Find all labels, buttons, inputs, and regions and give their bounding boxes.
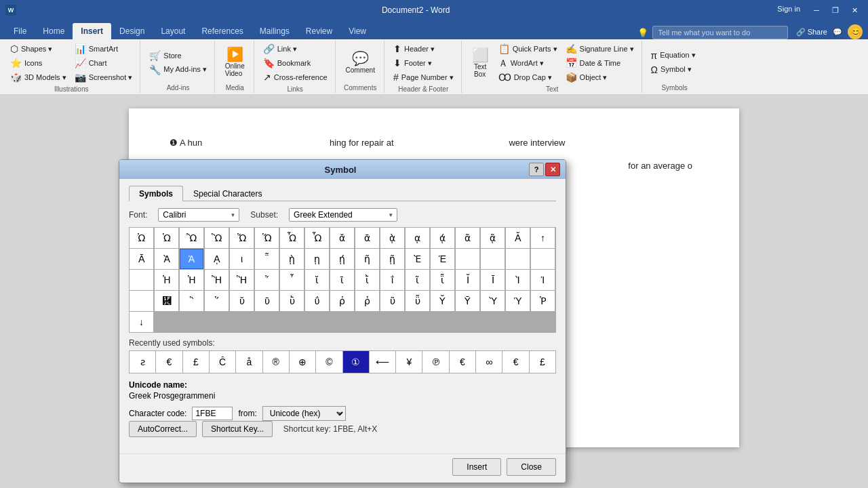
symbol-cell[interactable]: Ῥ — [531, 291, 555, 311]
symbol-cell[interactable]: Ὡ — [155, 228, 178, 248]
symbol-cell[interactable]: ῆ — [355, 249, 379, 269]
recent-symbol-cell[interactable]: © — [316, 351, 342, 373]
symbol-cell[interactable]: Ὠ — [130, 228, 153, 248]
symbol-cell[interactable]: Ᾰ — [506, 228, 530, 248]
symbol-cell[interactable]: ῎ — [255, 270, 279, 290]
shortcut-key-info: Shortcut key: 1FBE, Alt+X — [283, 424, 377, 434]
autocorrect-button[interactable]: AutoCorrect... — [129, 421, 197, 437]
symbol-cell[interactable]: ῝ — [180, 291, 203, 311]
symbol-cell[interactable]: Ά — [180, 249, 203, 269]
recent-symbol-cell[interactable]: € — [156, 351, 182, 373]
symbol-cell[interactable]: ᾳ — [406, 228, 429, 248]
recent-symbol-cell[interactable]: € — [450, 351, 475, 373]
recent-symbol-cell[interactable]: ƨ — [130, 351, 155, 373]
symbol-cell[interactable]: ΰ — [305, 291, 329, 311]
symbol-cell[interactable]: ῐ — [305, 270, 329, 290]
symbol-cell[interactable]: ῦ — [380, 291, 404, 311]
symbol-cell[interactable]: Ὢ — [180, 228, 203, 248]
symbol-cell[interactable] — [531, 249, 555, 269]
symbol-cell[interactable] — [130, 291, 153, 311]
symbol-cell[interactable]: ᾼ — [205, 249, 229, 269]
symbol-cell[interactable]: ᾶ — [456, 228, 479, 248]
symbol-grid: ὨὩὪὫὬὭὮὯᾰᾱᾲᾳᾴᾶᾷᾸ↑ᾹᾺΆᾼι῁ῂῃῄῆῇῈΈἨἩἪἫ῎῏ῐῑῒΐ… — [129, 227, 556, 333]
symbol-cell[interactable] — [506, 249, 530, 269]
symbol-cell[interactable]: ῧ — [406, 291, 429, 311]
symbol-cell[interactable]: Ὰ — [155, 249, 178, 269]
symbol-cell[interactable]: ᾱ — [355, 228, 379, 248]
symbol-cell[interactable]: ῒ — [355, 270, 379, 290]
symbol-cell[interactable]: Ᾱ — [130, 249, 153, 269]
symbol-cell[interactable]: ῞ — [205, 291, 229, 311]
symbol-cell[interactable]: Ί — [531, 270, 555, 290]
symbol-cell[interactable]: Ῑ — [481, 270, 505, 290]
symbol-cell[interactable]: ῖ — [406, 270, 429, 290]
symbol-cell[interactable]: ῠ — [230, 291, 254, 311]
insert-button[interactable]: Insert — [452, 458, 501, 476]
recent-symbol-cell[interactable]: å — [236, 351, 262, 373]
dialog-help-button[interactable]: ? — [529, 163, 544, 176]
symbol-cell[interactable]: ῃ — [305, 249, 329, 269]
font-select-wrapper: Calibri — [158, 208, 239, 222]
tab-special-chars[interactable]: Special Characters — [183, 186, 272, 201]
symbol-cell[interactable]: Ὤ — [230, 228, 254, 248]
symbol-cell[interactable]: Ἡ — [180, 270, 203, 290]
symbol-cell[interactable]: Ὣ — [205, 228, 229, 248]
recent-symbol-cell[interactable]: ⟵ — [370, 351, 395, 373]
symbol-cell[interactable]: ᾴ — [431, 228, 454, 248]
symbol-cell[interactable]: ῂ — [280, 249, 304, 269]
symbol-cell[interactable]: ῑ — [330, 270, 354, 290]
symbol-cell[interactable]: Ὦ — [280, 228, 304, 248]
symbol-cell[interactable]: ᾷ — [481, 228, 505, 248]
symbol-cell[interactable] — [456, 249, 479, 269]
symbol-cell[interactable]: ↓ — [130, 312, 153, 332]
symbol-cell[interactable]: Ῠ — [431, 291, 454, 311]
recent-symbol-cell[interactable]: £ — [530, 351, 555, 373]
subset-select[interactable]: Greek Extended — [289, 208, 397, 222]
symbol-cell[interactable]: ᾲ — [380, 228, 404, 248]
symbol-cell[interactable]: ῇ — [380, 249, 404, 269]
symbol-cell[interactable]: ῜ — [155, 291, 178, 311]
symbol-cell[interactable]: ῗ — [431, 270, 454, 290]
recent-symbol-cell[interactable]: € — [502, 351, 528, 373]
symbol-cell[interactable]: Ύ — [506, 291, 530, 311]
recent-symbol-cell[interactable]: ∞ — [476, 351, 502, 373]
from-select[interactable]: Unicode (hex) — [262, 406, 346, 421]
recent-symbol-cell[interactable]: ① — [343, 351, 369, 373]
symbol-cell[interactable]: Ὧ — [305, 228, 329, 248]
symbol-cell[interactable] — [481, 249, 505, 269]
symbol-cell[interactable]: ῄ — [330, 249, 354, 269]
tab-symbols[interactable]: Symbols — [129, 186, 183, 201]
symbol-cell[interactable]: ↑ — [531, 228, 555, 248]
shortcut-key-button[interactable]: Shortcut Key... — [202, 421, 273, 437]
symbol-cell[interactable]: ῏ — [280, 270, 304, 290]
symbol-cell[interactable]: Ὲ — [406, 249, 429, 269]
symbol-cell[interactable]: ῁ — [255, 249, 279, 269]
symbol-cell[interactable]: ῢ — [280, 291, 304, 311]
symbol-cell[interactable]: ι — [230, 249, 254, 269]
symbol-cell[interactable]: Ὥ — [255, 228, 279, 248]
symbol-cell[interactable]: ῡ — [255, 291, 279, 311]
close-dialog-button[interactable]: Close — [507, 458, 556, 476]
recent-symbol-cell[interactable]: £ — [183, 351, 209, 373]
symbol-cell[interactable]: Ὶ — [506, 270, 530, 290]
symbol-cell[interactable]: Ῡ — [456, 291, 479, 311]
recent-symbol-cell[interactable]: ⊕ — [290, 351, 315, 373]
recent-symbol-cell[interactable]: ® — [263, 351, 289, 373]
recent-symbol-cell[interactable]: ¥ — [396, 351, 422, 373]
dialog-close-button[interactable]: ✕ — [545, 163, 560, 176]
symbol-cell[interactable]: Ἢ — [205, 270, 229, 290]
symbol-cell[interactable] — [130, 270, 153, 290]
symbol-cell[interactable]: Ῐ — [456, 270, 479, 290]
symbol-cell[interactable]: ῥ — [355, 291, 379, 311]
symbol-cell[interactable]: ΐ — [380, 270, 404, 290]
font-select[interactable]: Calibri — [158, 208, 239, 222]
recent-symbol-cell[interactable]: ℗ — [422, 351, 448, 373]
symbol-cell[interactable]: Ὺ — [481, 291, 505, 311]
symbol-cell[interactable]: ᾰ — [330, 228, 354, 248]
symbol-cell[interactable]: Έ — [431, 249, 454, 269]
symbol-cell[interactable]: Ἣ — [230, 270, 254, 290]
symbol-cell[interactable]: ῤ — [330, 291, 354, 311]
recent-symbol-cell[interactable]: Ĉ — [210, 351, 235, 373]
symbol-cell[interactable]: Ἠ — [155, 270, 178, 290]
char-code-input[interactable] — [192, 407, 233, 420]
